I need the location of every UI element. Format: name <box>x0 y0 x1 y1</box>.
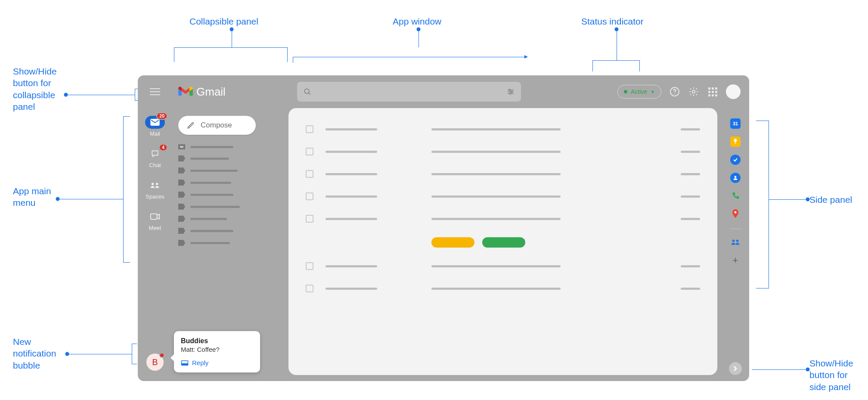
badge: 20 <box>156 112 167 120</box>
time-placeholder <box>681 288 700 290</box>
rail-item-chat[interactable]: 4Chat <box>145 147 165 168</box>
notification-bubble-avatar[interactable]: B <box>146 353 164 371</box>
mail-row[interactable] <box>306 148 700 155</box>
svg-point-13 <box>156 183 158 186</box>
mail-row[interactable] <box>306 192 700 200</box>
add-app-button[interactable]: + <box>733 255 738 266</box>
tune-icon[interactable] <box>506 87 515 96</box>
label-item[interactable] <box>178 144 282 149</box>
toggle-side-panel-button[interactable] <box>729 362 742 375</box>
meet-icon <box>145 210 165 223</box>
subject-placeholder <box>431 151 561 153</box>
checkbox[interactable] <box>306 148 313 155</box>
subject-placeholder <box>431 173 561 175</box>
rail-item-spaces[interactable]: Spaces <box>145 179 165 200</box>
mail-row[interactable] <box>306 170 700 178</box>
checkbox[interactable] <box>306 262 313 270</box>
side-app-maps[interactable] <box>730 209 741 219</box>
label-item[interactable] <box>178 180 282 186</box>
svg-rect-16 <box>182 363 188 365</box>
chip-yellow[interactable] <box>431 237 474 248</box>
keep-icon <box>730 136 741 147</box>
subject-placeholder <box>431 288 561 290</box>
mail-icon: 20 <box>145 116 165 129</box>
search-input[interactable] <box>316 88 506 96</box>
side-app-voice[interactable] <box>730 191 741 201</box>
rail-item-mail[interactable]: 20Mail <box>145 116 165 137</box>
side-app-addons[interactable] <box>731 239 740 247</box>
search-bar[interactable] <box>297 82 521 102</box>
mail-row[interactable] <box>306 285 700 292</box>
sender-placeholder <box>326 128 377 130</box>
label-item[interactable] <box>178 204 282 210</box>
label-placeholder <box>190 146 233 148</box>
compose-button[interactable]: Compose <box>178 116 256 135</box>
time-placeholder <box>681 265 700 267</box>
svg-point-19 <box>732 240 735 242</box>
mail-row[interactable] <box>306 215 700 223</box>
chevron-down-icon: ▼ <box>651 90 655 94</box>
chip-green[interactable] <box>482 237 525 248</box>
unread-dot-icon <box>159 353 164 358</box>
subject-placeholder <box>431 218 561 220</box>
checkbox[interactable] <box>306 285 313 292</box>
svg-point-12 <box>152 183 154 186</box>
label-placeholder <box>190 242 230 244</box>
toggle-collapsible-panel-button[interactable] <box>138 75 172 108</box>
checkbox[interactable] <box>306 125 313 133</box>
chevron-right-icon <box>733 366 738 371</box>
side-app-keep[interactable] <box>730 136 741 147</box>
chip-row <box>306 237 700 248</box>
help-button[interactable] <box>669 86 680 97</box>
maps-icon <box>730 209 741 219</box>
account-avatar[interactable] <box>726 84 741 99</box>
checkbox[interactable] <box>306 192 313 200</box>
brand-name: Gmail <box>196 85 226 99</box>
svg-point-18 <box>735 211 737 214</box>
label-item[interactable] <box>178 228 282 234</box>
label-item[interactable] <box>178 192 282 198</box>
checkbox[interactable] <box>306 215 313 223</box>
checkbox[interactable] <box>306 170 313 178</box>
notification-reply-button[interactable]: Reply <box>181 359 253 366</box>
side-app-contacts[interactable] <box>730 173 741 183</box>
svg-point-10 <box>692 90 695 93</box>
rail-item-meet[interactable]: Meet <box>145 210 165 231</box>
label-icon <box>178 216 185 222</box>
sender-placeholder <box>326 288 377 290</box>
status-indicator[interactable]: Active ▼ <box>617 85 661 99</box>
svg-point-5 <box>509 89 510 90</box>
label-item[interactable] <box>178 167 282 174</box>
svg-rect-14 <box>151 214 157 220</box>
mail-row[interactable] <box>306 125 700 133</box>
subject-placeholder <box>431 195 561 198</box>
notification-card: Buddies Matt: Coffee? Reply <box>174 331 260 372</box>
sender-placeholder <box>326 265 377 267</box>
annotation-notification-bubble: New notification bubble <box>13 336 56 371</box>
svg-point-7 <box>510 93 511 94</box>
chat-icon: 4 <box>145 147 165 160</box>
side-app-calendar[interactable]: 31 <box>730 118 741 129</box>
mail-row[interactable] <box>306 262 700 270</box>
rail-item-label: Chat <box>149 162 161 168</box>
label-icon <box>178 192 185 198</box>
hamburger-icon <box>150 91 160 93</box>
label-item[interactable] <box>178 240 282 246</box>
divider <box>729 229 741 229</box>
help-icon <box>670 87 680 97</box>
app-main-menu: 20Mail4ChatSpacesMeet B <box>138 108 172 381</box>
label-placeholder <box>190 182 231 184</box>
sender-placeholder <box>326 218 377 220</box>
side-app-tasks[interactable] <box>730 155 741 165</box>
sender-placeholder <box>326 195 377 198</box>
label-placeholder <box>190 158 229 160</box>
rail-item-label: Meet <box>149 225 161 231</box>
label-placeholder <box>190 170 238 172</box>
apps-grid-icon <box>708 87 717 96</box>
inbox-icon <box>178 144 185 149</box>
label-item[interactable] <box>178 155 282 161</box>
svg-point-17 <box>735 176 737 178</box>
apps-launcher-button[interactable] <box>707 86 718 97</box>
label-item[interactable] <box>178 216 282 222</box>
settings-button[interactable] <box>688 86 699 97</box>
